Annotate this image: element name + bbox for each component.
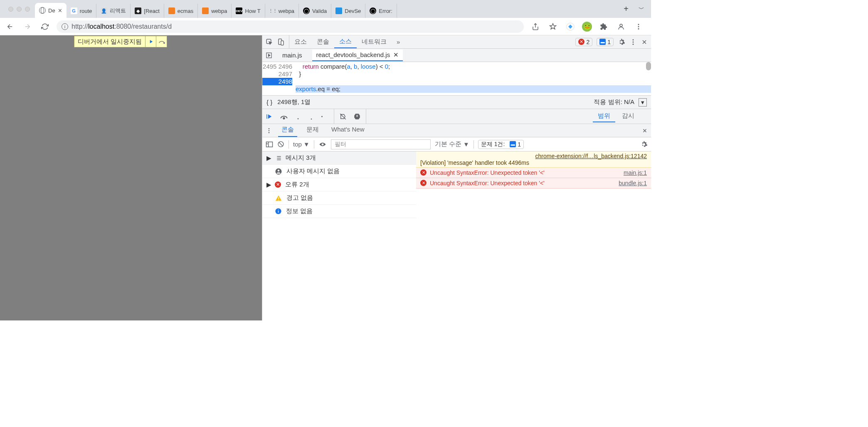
toolbar-icons: 🐸 bbox=[530, 21, 647, 32]
inspect-element-icon[interactable] bbox=[266, 38, 273, 46]
tree-row[interactable]: ▶✕오류 2개 bbox=[262, 178, 416, 191]
devtools-drawer: 콘솔문제What's New top ▼ 필터 기본 수준 ▼ 문제 1건: ▬… bbox=[262, 124, 651, 320]
console-settings-icon[interactable] bbox=[640, 141, 648, 148]
debugger-controls: 범위 감시 bbox=[262, 109, 651, 124]
resume-button[interactable] bbox=[145, 36, 156, 47]
forward-button[interactable] bbox=[22, 21, 33, 32]
browser-tab[interactable]: Groute bbox=[67, 4, 97, 18]
content-area: 디버거에서 일시중지됨 요소콘솔소스네트워크 » ✕2 ▬1 bbox=[0, 35, 651, 320]
filter-input[interactable]: 필터 bbox=[331, 139, 431, 149]
step-over-button[interactable] bbox=[156, 36, 167, 47]
context-selector[interactable]: top ▼ bbox=[293, 141, 310, 148]
tabs-row: De✕Groute👤리액트◆[ReactecmaswebpaDEVHow T⋮⋮… bbox=[35, 0, 620, 18]
tree-row[interactable]: 경고 없음 bbox=[262, 191, 416, 205]
devtools-tab[interactable]: 네트워크 bbox=[357, 35, 392, 48]
svg-point-1 bbox=[620, 24, 622, 27]
close-devtools-icon[interactable] bbox=[641, 39, 648, 45]
console-error[interactable]: ✕Uncaught SyntaxError: Unexpected token … bbox=[416, 178, 651, 189]
svg-point-11 bbox=[633, 43, 634, 45]
svg-point-10 bbox=[633, 41, 634, 42]
message-tree: ▶메시지 3개사용자 메시지 없음▶✕오류 2개경고 없음정보 없음 bbox=[262, 151, 416, 320]
deactivate-breakpoints-icon[interactable] bbox=[339, 113, 347, 120]
browser-tab[interactable]: webpa bbox=[198, 4, 232, 18]
console-body: ▶메시지 3개사용자 메시지 없음▶✕오류 2개경고 없음정보 없음 chrom… bbox=[262, 151, 651, 320]
browser-tab[interactable]: DEVHow T bbox=[232, 4, 265, 18]
tree-row[interactable]: ▶메시지 3개 bbox=[262, 151, 416, 165]
log-level-selector[interactable]: 기본 수준 ▼ bbox=[435, 140, 469, 148]
console-toolbar: top ▼ 필터 기본 수준 ▼ 문제 1건: ▬1 bbox=[262, 137, 651, 151]
extension-icon-1[interactable] bbox=[565, 21, 576, 32]
devtools-topbar: 요소콘솔소스네트워크 » ✕2 ▬1 bbox=[262, 35, 651, 49]
errors-pill[interactable]: ✕2 bbox=[575, 38, 592, 46]
devtools-menu-icon[interactable] bbox=[629, 38, 637, 46]
browser-tab[interactable]: ◆[React bbox=[131, 4, 164, 18]
tabs-overflow-button[interactable]: ﹀ bbox=[632, 5, 651, 13]
close-dot[interactable] bbox=[8, 7, 13, 12]
extension-frog-icon[interactable]: 🐸 bbox=[582, 22, 592, 32]
resume-icon[interactable] bbox=[266, 113, 273, 120]
source-tab-active[interactable]: react_devtools_backend.js ✕ bbox=[312, 50, 403, 61]
console-error[interactable]: ✕Uncaught SyntaxError: Unexpected token … bbox=[416, 168, 651, 178]
pause-exceptions-icon[interactable] bbox=[353, 113, 361, 120]
close-tab-icon[interactable]: ✕ bbox=[58, 7, 62, 14]
svg-rect-18 bbox=[357, 115, 357, 117]
coverage-toggle-icon[interactable]: ▾ bbox=[639, 98, 647, 107]
svg-point-2 bbox=[638, 24, 639, 25]
step-icon[interactable] bbox=[321, 113, 329, 120]
drawer-tab[interactable]: 콘솔 bbox=[278, 124, 297, 137]
bookmark-icon[interactable] bbox=[547, 21, 559, 32]
step-into-icon[interactable] bbox=[295, 113, 301, 120]
address-bar[interactable]: i http://localhost:8080/restaurants/d bbox=[57, 20, 524, 33]
devtools-tab[interactable]: 콘솔 bbox=[312, 35, 334, 48]
browser-tab[interactable]: ecmas bbox=[164, 4, 198, 18]
run-snippet-icon[interactable] bbox=[266, 52, 272, 59]
svg-point-14 bbox=[283, 117, 284, 119]
live-expression-icon[interactable] bbox=[318, 142, 327, 147]
step-over-icon[interactable] bbox=[280, 113, 288, 120]
clear-console-icon[interactable] bbox=[277, 141, 284, 148]
tree-row[interactable]: 사용자 메시지 없음 bbox=[262, 165, 416, 178]
tree-row[interactable]: 정보 없음 bbox=[262, 205, 416, 218]
step-out-icon[interactable] bbox=[308, 113, 315, 120]
drawer-tab[interactable]: 문제 bbox=[303, 124, 322, 137]
account-icon[interactable] bbox=[615, 21, 627, 32]
browser-tab[interactable]: DevSe bbox=[331, 4, 365, 18]
message-list: chrome-extension://f…ls_backend.js:12142… bbox=[416, 151, 651, 320]
devtools-panel: 요소콘솔소스네트워크 » ✕2 ▬1 main.js react_devtool… bbox=[262, 35, 651, 320]
drawer-menu-icon[interactable] bbox=[266, 127, 272, 134]
svg-rect-31 bbox=[278, 209, 279, 210]
browser-tab[interactable]: ◯Error: bbox=[365, 4, 397, 18]
extensions-icon[interactable] bbox=[598, 21, 609, 32]
svg-point-21 bbox=[269, 130, 270, 131]
new-tab-button[interactable]: + bbox=[620, 4, 632, 14]
source-tab-main[interactable]: main.js bbox=[278, 50, 306, 60]
console-warning[interactable]: chrome-extension://f…ls_backend.js:12142… bbox=[416, 151, 651, 168]
issues-counter[interactable]: 문제 1건: ▬1 bbox=[478, 140, 524, 149]
watch-tab[interactable]: 감시 bbox=[617, 110, 639, 122]
close-tab-icon[interactable]: ✕ bbox=[393, 51, 399, 58]
browser-tab[interactable]: ⋮⋮webpa bbox=[265, 4, 299, 18]
more-panels-icon[interactable]: » bbox=[392, 35, 405, 48]
reload-button[interactable] bbox=[39, 21, 51, 32]
site-info-icon[interactable]: i bbox=[62, 23, 68, 30]
devtools-tab[interactable]: 요소 bbox=[289, 35, 312, 48]
issues-pill[interactable]: ▬1 bbox=[597, 38, 614, 46]
close-drawer-icon[interactable] bbox=[642, 128, 648, 134]
device-toggle-icon[interactable] bbox=[277, 38, 285, 46]
share-icon[interactable] bbox=[530, 21, 541, 32]
devtools-tab[interactable]: 소스 bbox=[334, 35, 357, 48]
code-editor[interactable]: 2495 2496 2497 2498 return compare(a, b,… bbox=[262, 62, 651, 95]
toggle-sidebar-icon[interactable] bbox=[266, 141, 273, 148]
settings-icon[interactable] bbox=[618, 38, 625, 46]
browser-tab[interactable]: ◯Valida bbox=[299, 4, 331, 18]
browser-tab[interactable]: 👤리액트 bbox=[96, 4, 131, 18]
pretty-print-icon[interactable]: { } bbox=[266, 99, 272, 106]
max-dot[interactable] bbox=[25, 7, 30, 12]
drawer-tab[interactable]: What's New bbox=[328, 124, 368, 137]
back-button[interactable] bbox=[4, 21, 16, 32]
chrome-menu-icon[interactable] bbox=[633, 21, 644, 32]
scope-tab[interactable]: 범위 bbox=[593, 110, 615, 122]
browser-tab[interactable]: De✕ bbox=[35, 3, 67, 18]
scrollbar-thumb[interactable] bbox=[646, 62, 651, 70]
min-dot[interactable] bbox=[17, 7, 22, 12]
